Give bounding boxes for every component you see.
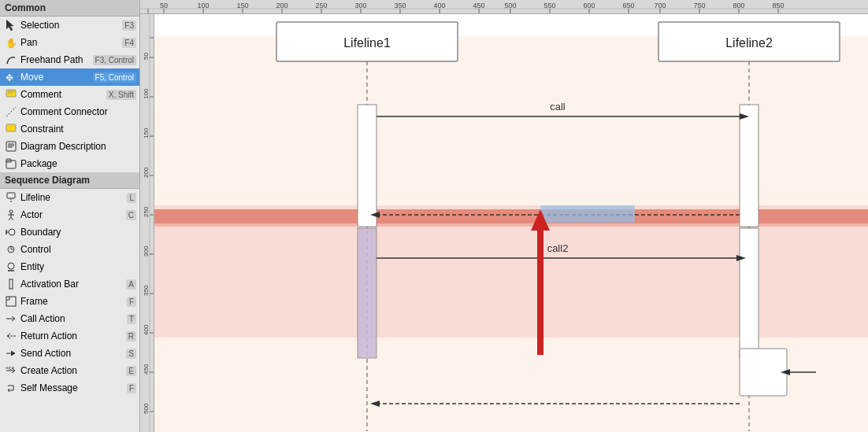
call2-label: call2 [547,242,569,254]
move-label: Move [20,72,91,83]
svg-rect-7 [6,124,16,131]
sidebar-item-frame[interactable]: Frame F [0,293,139,310]
pan-icon: ✋ [5,36,17,49]
send-action-icon [5,347,17,360]
sidebar-item-comment[interactable]: Comment X, Shift [0,86,139,103]
sidebar-item-boundary[interactable]: Boundary [0,223,139,241]
send-action-shortcut: S [126,349,136,359]
create-action-icon: «c» [5,364,17,377]
return-action-label: Return Action [20,330,124,342]
sidebar-item-entity[interactable]: Entity [0,258,139,275]
sidebar-item-send-action[interactable]: Send Action S [0,345,139,362]
description-icon [5,140,17,153]
boundary-label: Boundary [20,227,136,238]
svg-text:750: 750 [693,2,705,9]
svg-rect-111 [540,205,635,223]
activation-label: Activation Bar [20,279,124,290]
sidebar-item-comment-connector[interactable]: Comment Connector [0,103,139,120]
comment-shortcut: X, Shift [106,90,136,100]
sidebar-item-lifeline[interactable]: Lifeline L [0,189,139,206]
svg-text:300: 300 [143,246,150,257]
sidebar-item-package[interactable]: Package [0,155,139,172]
lifeline1-label: Lifeline1 [343,36,391,50]
svg-point-21 [9,229,15,235]
pan-label: Pan [20,37,121,48]
create-action-shortcut: E [126,366,136,376]
control-icon [5,243,17,256]
sidebar-item-call-action[interactable]: Call Action T [0,310,139,327]
comment-icon [5,88,17,101]
sidebar-item-diagram-description[interactable]: Diagram Description [0,138,139,155]
svg-text:600: 600 [583,2,595,9]
sidebar-item-actor[interactable]: Actor C [0,206,139,223]
svg-text:50: 50 [143,53,150,60]
diagram-description-label: Diagram Description [20,141,136,152]
svg-text:500: 500 [143,403,150,414]
self-message-label: Self Message [20,382,125,393]
svg-point-25 [8,263,14,269]
ruler-left: 50 100 150 200 250 300 350 400 450 500 [140,14,154,432]
sidebar-item-move[interactable]: ✥ Move F5, Control [0,68,139,86]
svg-rect-105 [358,105,377,227]
sidebar-item-return-action[interactable]: Return Action R [0,327,139,345]
call-action-shortcut: T [127,314,136,324]
comment-label: Comment [20,89,105,100]
actor-label: Actor [20,209,124,220]
lifeline-icon [5,191,17,204]
svg-rect-14 [7,193,15,198]
svg-text:300: 300 [354,2,366,9]
svg-rect-106 [740,105,759,227]
svg-text:450: 450 [143,364,150,375]
package-icon [5,157,17,170]
svg-rect-118 [740,349,787,396]
send-action-label: Send Action [20,348,124,359]
svg-text:100: 100 [143,88,150,99]
svg-text:«c»: «c» [6,365,14,371]
activation-icon [5,278,17,290]
freehand-shortcut: F3, Control [93,55,136,65]
svg-text:450: 450 [473,2,484,9]
comment-connector-icon [5,105,17,118]
svg-text:200: 200 [143,167,150,178]
lifeline-label: Lifeline [20,192,125,203]
sidebar-item-selection[interactable]: Selection F3 [0,17,139,34]
self-message-shortcut: F [127,383,136,393]
diagram-svg: Lifeline1 Lifeline2 call [154,14,868,432]
svg-line-6 [6,107,16,116]
move-shortcut: F5, Control [93,72,136,83]
actor-shortcut: C [126,210,136,220]
sidebar-item-self-message[interactable]: Self Message F [0,379,139,397]
svg-text:850: 850 [772,2,784,9]
canvas-area: 50 100 150 200 250 300 350 400 450 500 [140,14,868,432]
svg-rect-113 [740,228,759,358]
ruler-left-svg: 50 100 150 200 250 300 350 400 450 500 [140,14,154,432]
frame-label: Frame [20,296,125,307]
constraint-icon [5,123,17,135]
svg-point-16 [9,210,13,213]
svg-text:250: 250 [315,2,327,9]
svg-text:500: 500 [504,2,516,9]
sidebar-item-pan[interactable]: ✋ Pan F4 [0,34,139,51]
sidebar-item-create-action[interactable]: «c» Create Action E [0,362,139,379]
package-label: Package [20,158,136,169]
sidebar-item-freehand[interactable]: Freehand Path F3, Control [0,51,139,68]
sequence-section-header: Sequence Diagram [0,172,139,189]
svg-rect-28 [6,297,16,306]
pan-shortcut: F4 [122,38,136,48]
sidebar-item-constraint[interactable]: Constraint [0,120,139,138]
freehand-label: Freehand Path [20,54,91,65]
svg-text:150: 150 [236,2,248,9]
ruler-top-svg: 50 100 150 200 250 300 350 400 450 500 5… [140,0,868,13]
svg-rect-98 [154,205,868,338]
call-label: call [550,101,566,113]
freehand-icon [5,54,17,66]
svg-marker-0 [6,20,13,31]
selection-label: Selection [20,20,121,31]
move-icon: ✥ [5,71,17,83]
diagram-canvas[interactable]: Lifeline1 Lifeline2 call [154,14,868,432]
entity-icon [5,260,17,273]
call-action-icon [5,312,17,325]
frame-icon [5,295,17,308]
sidebar-item-control[interactable]: Control [0,241,139,258]
sidebar-item-activation-bar[interactable]: Activation Bar A [0,275,139,293]
